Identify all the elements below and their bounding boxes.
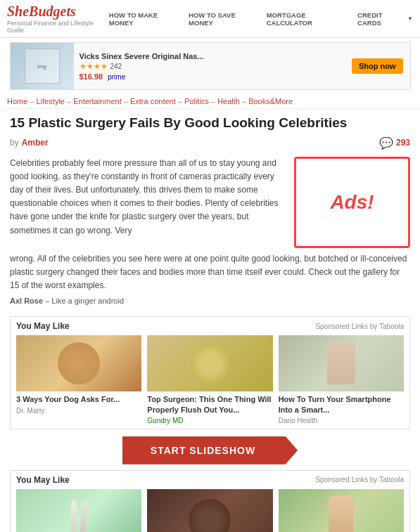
- header: SheBudgets Personal Finance and Lifestyl…: [0, 0, 420, 38]
- taboola-item-source: Gundry MD: [147, 417, 272, 424]
- breadcrumb: Home – Lifestyle – Entertainment – Extra…: [0, 94, 420, 109]
- article-meta: by Amber 💬 293: [10, 136, 410, 150]
- ad-title: Vicks Sinex Severe Original Nas...: [79, 52, 346, 60]
- ad-banner-details: Vicks Sinex Severe Original Nas... ★★★★ …: [74, 48, 352, 85]
- breadcrumb-entertainment[interactable]: Entertainment: [73, 97, 121, 105]
- taboola-item-source: Dario Health: [279, 417, 404, 424]
- ad-rating: ★★★★ 242: [79, 62, 346, 71]
- breadcrumb-home[interactable]: Home: [7, 97, 27, 105]
- nav-credit-cards[interactable]: CREDIT CARDS ▼: [357, 11, 413, 27]
- logo-area: SheBudgets Personal Finance and Lifestyl…: [7, 4, 109, 34]
- author-name[interactable]: Amber: [22, 138, 49, 148]
- taboola-item[interactable]: Top Surgeon: This One Thing Will Properl…: [144, 335, 275, 424]
- taboola-item-title: 3 Ways Your Dog Asks For...: [16, 394, 141, 404]
- article-caption: Axl Rose – Like a ginger android: [10, 297, 410, 305]
- ad-placeholder: Ads!: [294, 157, 410, 248]
- prime-label: prime: [108, 73, 125, 81]
- sponsored-label-1: Sponsored Links by Taboola: [316, 323, 404, 330]
- shop-now-button[interactable]: Shop now: [352, 58, 403, 74]
- article-text-part1: Celebrities probably feel more pressure …: [10, 157, 287, 248]
- taboola-item-image: [147, 335, 272, 391]
- nav-make-money[interactable]: HOW TO MAKE MONEY: [109, 11, 182, 27]
- taboola-section-2: You May Like Sponsored Links by Taboola …: [10, 470, 410, 532]
- article: 15 Plastic Surgery Fails By Good Looking…: [0, 109, 420, 313]
- comment-bubble-icon: 💬: [379, 136, 393, 150]
- taboola-item-title: How To Turn Your Smartphone Into a Smart…: [279, 394, 404, 415]
- star-icons: ★★★★: [79, 62, 108, 71]
- breadcrumb-politics[interactable]: Politics: [184, 97, 209, 105]
- start-slideshow-button[interactable]: START SLIDESHOW: [122, 436, 298, 465]
- you-may-like-label-2: You May Like: [16, 475, 70, 485]
- ad-price: $16.98: [79, 72, 103, 81]
- taboola-item-source: Dr. Marty: [16, 407, 141, 415]
- sponsored-label-2: Sponsored Links by Taboola: [316, 476, 404, 484]
- taboola-item[interactable]: 9 Ways This Toothbrush Makes Brushing Be…: [13, 489, 144, 532]
- you-may-like-label-1: You May Like: [16, 321, 70, 331]
- ad-placeholder-text: Ads!: [330, 191, 374, 214]
- chevron-down-icon: ▼: [407, 15, 413, 22]
- review-count: 242: [110, 63, 122, 70]
- article-title: 15 Plastic Surgery Fails By Good Looking…: [10, 115, 410, 132]
- taboola-1-header: You May Like Sponsored Links by Taboola: [11, 317, 409, 335]
- breadcrumb-books[interactable]: Books&More: [248, 97, 293, 105]
- caption-desc: – Like a ginger android: [45, 297, 124, 305]
- nav-mortgage[interactable]: MORTGAGE CALCULATOR: [267, 11, 350, 27]
- ad-banner: img Vicks Sinex Severe Original Nas... ★…: [10, 42, 411, 90]
- taboola-item-image: [16, 489, 141, 532]
- taboola-1-items: 3 Ways Your Dog Asks For... Dr. Marty To…: [11, 335, 409, 429]
- main-nav: HOW TO MAKE MONEY HOW TO SAVE MONEY MORT…: [109, 11, 413, 27]
- logo-tagline: Personal Finance and Lifestyle Guide: [7, 20, 109, 34]
- nav-save-money[interactable]: HOW TO SAVE MONEY: [189, 11, 260, 27]
- taboola-item[interactable]: Why New Jersey is Offering a Free Solar …: [276, 489, 407, 532]
- nav-credit-cards-label: CREDIT CARDS: [357, 11, 406, 27]
- taboola-item-image: [279, 335, 404, 391]
- caption-name: Axl Rose: [10, 297, 43, 305]
- taboola-item-image: [16, 335, 141, 391]
- breadcrumb-lifestyle[interactable]: Lifestyle: [37, 97, 65, 105]
- taboola-item-image: [147, 489, 272, 532]
- ad-banner-image: img: [11, 42, 74, 90]
- taboola-item-title: Top Surgeon: This One Thing Will Properl…: [147, 394, 272, 415]
- taboola-item[interactable]: 3 Ways Your Dog Asks For... Dr. Marty: [13, 335, 144, 424]
- logo[interactable]: SheBudgets: [7, 4, 109, 20]
- comment-count: 293: [396, 138, 410, 148]
- taboola-2-items: 9 Ways This Toothbrush Makes Brushing Be…: [11, 489, 409, 532]
- taboola-section-1: You May Like Sponsored Links by Taboola …: [10, 316, 410, 429]
- article-text-part2: wrong. All of the celebrities you see he…: [10, 252, 410, 293]
- ad-price-row: $16.98 prime: [79, 72, 346, 81]
- slideshow-btn-wrap: START SLIDESHOW: [0, 436, 420, 465]
- by-label: by: [10, 138, 19, 148]
- breadcrumb-extra[interactable]: Extra content: [130, 97, 176, 105]
- taboola-item[interactable]: Longevity Specialist: Don't Go On a Diet…: [144, 489, 275, 532]
- taboola-item[interactable]: How To Turn Your Smartphone Into a Smart…: [276, 335, 407, 424]
- taboola-2-header: You May Like Sponsored Links by Taboola: [11, 471, 409, 489]
- article-body: Celebrities probably feel more pressure …: [10, 157, 410, 248]
- taboola-item-image: [279, 489, 404, 532]
- breadcrumb-health[interactable]: Health: [217, 97, 240, 105]
